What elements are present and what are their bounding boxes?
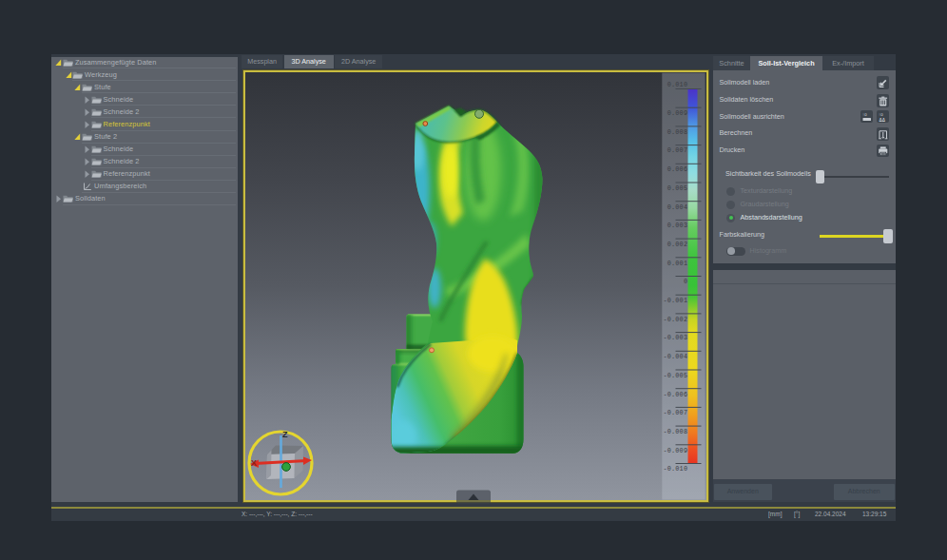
svg-text:0.006: 0.006 [667,165,687,173]
svg-text:0.009: 0.009 [667,109,687,117]
svg-text:0.005: 0.005 [667,184,687,192]
svg-text:X: X [251,458,257,468]
svg-text:-0.001: -0.001 [664,297,688,304]
svg-text:0.007: 0.007 [667,146,687,154]
svg-text:-0.005: -0.005 [664,372,688,379]
svg-text:-0.010: -0.010 [664,465,688,473]
svg-text:-0.008: -0.008 [664,428,688,435]
svg-text:-0.002: -0.002 [664,316,688,323]
svg-text:0.002: 0.002 [667,241,687,248]
svg-text:0.004: 0.004 [667,203,687,211]
svg-text:0.001: 0.001 [667,260,687,267]
svg-text:0.008: 0.008 [667,128,687,136]
svg-text:Z: Z [282,430,288,439]
svg-text:-0.003: -0.003 [664,334,688,341]
svg-text:0.010: 0.010 [667,81,687,88]
svg-text:-0.006: -0.006 [664,391,688,398]
svg-text:0.003: 0.003 [667,222,687,229]
svg-text:-0.007: -0.007 [664,409,688,416]
svg-text:-0.004: -0.004 [664,353,688,360]
svg-text:0: 0 [684,278,687,285]
svg-text:-0.009: -0.009 [664,447,688,454]
